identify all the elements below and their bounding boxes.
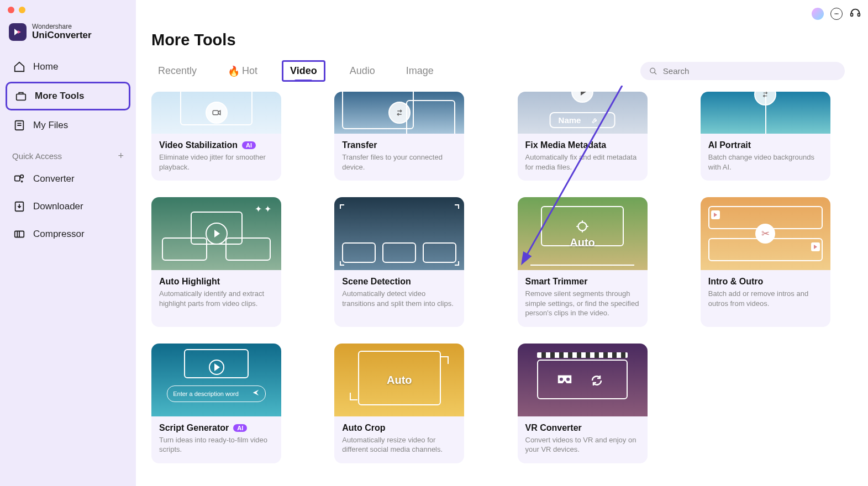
- tabs-row: Recently 🔥Hot Video Audio Image: [151, 60, 845, 82]
- tab-label: Hot: [242, 65, 257, 77]
- target-icon: [575, 219, 590, 236]
- play-icon: [206, 223, 228, 245]
- sidebar-item-label: My Files: [33, 120, 68, 131]
- card-desc: Convert videos to VR and enjoy on your V…: [525, 435, 640, 455]
- play-icon: [811, 242, 820, 251]
- svg-point-11: [650, 68, 655, 73]
- add-quick-access-button[interactable]: +: [118, 150, 124, 162]
- card-script-generator[interactable]: Enter a description word Script Generato…: [151, 344, 281, 463]
- card-thumb: [334, 92, 464, 134]
- play-icon: [711, 210, 720, 219]
- ai-badge: AI: [242, 141, 256, 149]
- search-input[interactable]: [663, 66, 836, 76]
- card-thumb: Auto: [334, 344, 464, 416]
- files-icon: [13, 119, 25, 131]
- card-vr-converter[interactable]: VR Converter Convert videos to VR and en…: [518, 344, 648, 463]
- tab-audio[interactable]: Audio: [343, 62, 382, 80]
- card-title: Intro & Outro: [708, 277, 823, 287]
- sidebar-item-downloader[interactable]: Downloader: [6, 194, 130, 219]
- card-title: Auto Crop: [342, 423, 456, 433]
- sidebar-item-my-files[interactable]: My Files: [6, 113, 130, 138]
- prompt-overlay: Enter a description word: [167, 385, 266, 402]
- card-title: Transfer: [342, 140, 456, 150]
- transfer-icon: [388, 102, 411, 124]
- card-thumb: [151, 92, 281, 134]
- card-auto-crop[interactable]: Auto Auto Crop Automatically resize vide…: [334, 344, 464, 463]
- svg-point-13: [578, 222, 586, 230]
- downloader-icon: [13, 200, 25, 213]
- card-desc: Automatically resize video for different…: [342, 435, 456, 455]
- card-desc: Remove silent segments through simple se…: [525, 289, 640, 318]
- compressor-icon: [13, 228, 25, 240]
- card-desc: Turn ideas into ready-to-film video scri…: [159, 435, 273, 455]
- sidebar-item-label: More Tools: [35, 91, 84, 102]
- card-auto-highlight[interactable]: ✦ ✦ Auto Highlight Automatically identif…: [151, 197, 281, 327]
- card-desc: Batch add or remove intros and outros fr…: [708, 289, 823, 308]
- card-scene-detection[interactable]: Scene Detection Automatically detect vid…: [334, 197, 464, 327]
- close-window-button[interactable]: [8, 7, 14, 13]
- tab-recently[interactable]: Recently: [151, 62, 203, 80]
- sidebar-item-compressor[interactable]: Compressor: [6, 221, 130, 247]
- card-title: Video Stabilization: [159, 140, 238, 150]
- home-icon: [13, 61, 25, 73]
- svg-point-6: [835, 13, 835, 14]
- svg-rect-0: [17, 94, 26, 100]
- card-video-stabilization[interactable]: Video StabilizationAI Eliminate video ji…: [151, 92, 281, 181]
- svg-point-8: [838, 13, 838, 14]
- card-thumb: Name: [518, 92, 648, 134]
- refresh-icon: [590, 374, 603, 389]
- tab-hot[interactable]: 🔥Hot: [221, 62, 264, 81]
- sidebar-item-home[interactable]: Home: [6, 54, 130, 80]
- quick-access-label: Quick Access: [12, 151, 62, 161]
- svg-rect-9: [851, 13, 853, 16]
- card-title: AI Portrait: [708, 140, 823, 150]
- camera-icon: [206, 102, 228, 124]
- name-field-overlay: Name: [550, 112, 616, 128]
- main-nav: Home More Tools My Files: [0, 54, 136, 138]
- messages-icon[interactable]: [830, 8, 843, 20]
- send-icon: [252, 389, 260, 399]
- minimize-window-button[interactable]: [19, 7, 25, 13]
- card-thumb: [518, 344, 648, 416]
- scissors-icon: ✂: [755, 224, 775, 244]
- top-right-controls: [812, 7, 861, 21]
- svg-point-15: [566, 378, 570, 381]
- tools-grid: Video StabilizationAI Eliminate video ji…: [151, 92, 845, 463]
- card-smart-trimmer[interactable]: Auto Smart Trimmer Remove silent segment…: [518, 197, 648, 327]
- card-desc: Automatically identify and extract highl…: [159, 289, 273, 308]
- card-transfer[interactable]: Transfer Transfer files to your connecte…: [334, 92, 464, 181]
- card-intro-outro[interactable]: ✂ Intro & Outro Batch add or remove intr…: [701, 197, 830, 327]
- svg-point-14: [560, 378, 563, 381]
- sidebar-item-label: Home: [33, 61, 58, 72]
- sidebar-item-label: Converter: [33, 173, 75, 184]
- card-title: Script Generator: [159, 423, 229, 433]
- card-title: Fix Media Metadata: [525, 140, 640, 150]
- sidebar-item-label: Compressor: [33, 229, 85, 240]
- card-title: Scene Detection: [342, 277, 456, 287]
- tab-video[interactable]: Video: [282, 60, 325, 82]
- play-icon: [209, 360, 224, 375]
- tab-image[interactable]: Image: [399, 62, 440, 80]
- vr-headset-icon: [556, 374, 573, 388]
- wrench-icon: [591, 117, 598, 124]
- sidebar-item-more-tools[interactable]: More Tools: [6, 82, 130, 110]
- card-thumb: ✂: [701, 197, 830, 270]
- app-logo: Wondershare UniConverter: [0, 21, 136, 54]
- card-fix-metadata[interactable]: Name Fix Media Metadata Automatically fi…: [518, 92, 648, 181]
- svg-point-3: [20, 175, 24, 178]
- card-thumb: Enter a description word: [151, 344, 281, 416]
- sidebar-item-converter[interactable]: Converter: [6, 166, 130, 192]
- support-icon[interactable]: [849, 7, 861, 21]
- card-ai-portrait[interactable]: AI Portrait Batch change video backgroun…: [701, 92, 830, 181]
- card-desc: Eliminate video jitter for smoother play…: [159, 152, 273, 172]
- user-avatar[interactable]: [812, 8, 824, 20]
- play-icon: [571, 92, 593, 103]
- fire-icon: 🔥: [228, 65, 240, 77]
- search-icon: [649, 67, 657, 76]
- toolbox-icon: [15, 90, 27, 102]
- auto-overlay: Auto: [570, 236, 595, 249]
- window-controls: [0, 6, 136, 21]
- search-box[interactable]: [640, 62, 845, 80]
- card-desc: Automatically detect video transitions a…: [342, 289, 456, 308]
- logo-icon: [9, 23, 27, 41]
